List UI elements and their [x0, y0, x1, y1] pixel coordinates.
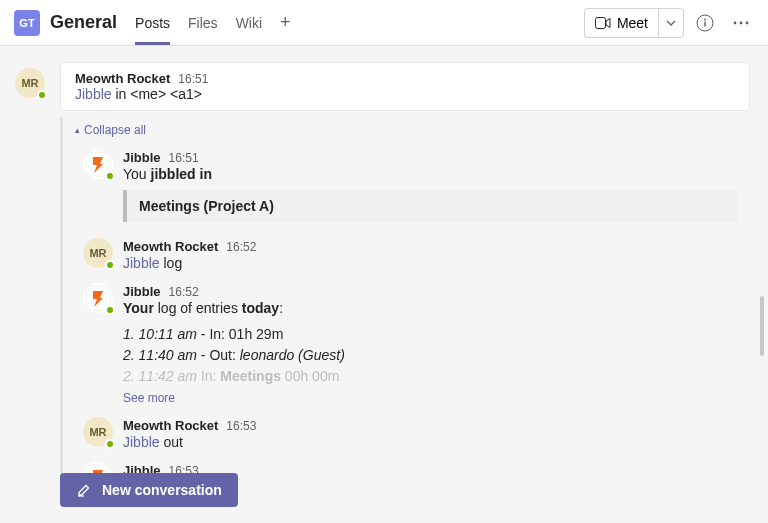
presence-dot — [105, 171, 115, 181]
avatar-initials: MR — [89, 247, 106, 259]
timestamp: 16:51 — [178, 72, 208, 86]
message-body: Jibble log — [123, 255, 738, 271]
root-message-card: Meowth Rocket 16:51 Jibble in <me> <a1> — [60, 62, 750, 111]
user-avatar: MR — [83, 238, 113, 268]
meet-button[interactable]: Meet — [584, 8, 658, 38]
message-body: Jibble out — [123, 434, 738, 450]
gutter: MR — [0, 46, 60, 523]
new-conversation-button[interactable]: New conversation — [60, 473, 238, 507]
presence-dot — [37, 90, 47, 100]
app-avatar — [83, 283, 113, 313]
timestamp: 16:52 — [226, 240, 256, 254]
new-conversation-label: New conversation — [102, 482, 222, 498]
avatar-initials: MR — [21, 77, 38, 89]
channel-name: General — [50, 12, 117, 33]
message-body: Your log of entries today: — [123, 300, 738, 316]
sender-name: Jibble — [123, 150, 161, 165]
chevron-down-icon — [666, 20, 676, 26]
tab-posts[interactable]: Posts — [135, 0, 170, 45]
channel-header: GT General Posts Files Wiki + Meet — [0, 0, 768, 46]
team-avatar: GT — [14, 10, 40, 36]
video-icon — [595, 17, 611, 29]
svg-point-2 — [704, 18, 706, 20]
reply-message: MRMeowth Rocket16:52Jibble log — [65, 232, 750, 277]
timestamp: 16:53 — [226, 419, 256, 433]
svg-rect-0 — [595, 17, 605, 28]
conversation-avatar: MR — [15, 68, 45, 98]
app-link[interactable]: Jibble — [123, 255, 160, 271]
sender-name: Meowth Rocket — [75, 71, 170, 86]
collapse-all[interactable]: ▴ Collapse all — [65, 117, 750, 143]
see-more[interactable]: See more — [123, 391, 738, 405]
app-link[interactable]: Jibble — [75, 86, 112, 102]
compose-icon — [76, 482, 92, 498]
svg-rect-3 — [704, 21, 705, 26]
tab-strip: Posts Files Wiki + — [135, 0, 291, 45]
avatar-initials: MR — [89, 426, 106, 438]
reply-thread: ▴ Collapse all Jibble16:51You jibbled in… — [60, 117, 750, 501]
message-body: Jibble in <me> <a1> — [75, 86, 735, 102]
info-icon — [696, 14, 714, 32]
reply-message: Jibble16:51You jibbled inMeetings (Proje… — [65, 143, 750, 232]
more-button[interactable] — [726, 8, 756, 38]
activity-box: Meetings (Project A) — [123, 190, 738, 222]
log-row: 1. 10:11 am - In: 01h 29m — [123, 324, 738, 345]
timestamp: 16:52 — [169, 285, 199, 299]
tab-files[interactable]: Files — [188, 0, 218, 45]
meet-button-group: Meet — [584, 8, 684, 38]
add-tab-button[interactable]: + — [280, 12, 291, 33]
app-avatar — [83, 149, 113, 179]
sender-name: Meowth Rocket — [123, 418, 218, 433]
tab-wiki[interactable]: Wiki — [236, 0, 262, 45]
log-row-faded: 2. 11:42 am In: Meetings 00h 00m — [123, 366, 738, 387]
presence-dot — [105, 439, 115, 449]
sender-name: Meowth Rocket — [123, 239, 218, 254]
log-entries: 1. 10:11 am - In: 01h 29m2. 11:40 am - O… — [123, 324, 738, 387]
reply-message: Jibble16:52Your log of entries today:1. … — [65, 277, 750, 411]
presence-dot — [105, 305, 115, 315]
svg-point-4 — [734, 21, 737, 24]
user-avatar: MR — [83, 417, 113, 447]
reply-message: MRMeowth Rocket16:53Jibble out — [65, 411, 750, 456]
meet-label: Meet — [617, 15, 648, 31]
timestamp: 16:51 — [169, 151, 199, 165]
meet-dropdown-button[interactable] — [658, 8, 684, 38]
caret-up-icon: ▴ — [75, 125, 80, 135]
scrollbar-thumb[interactable] — [760, 296, 764, 356]
presence-dot — [105, 260, 115, 270]
svg-point-6 — [746, 21, 749, 24]
more-icon — [733, 21, 749, 25]
messages-area: Meowth Rocket 16:51 Jibble in <me> <a1> … — [60, 46, 768, 523]
log-row: 2. 11:40 am - Out: leonardo (Guest) — [123, 345, 738, 366]
app-link[interactable]: Jibble — [123, 434, 160, 450]
sender-name: Jibble — [123, 284, 161, 299]
info-button[interactable] — [690, 8, 720, 38]
message-body: You jibbled in — [123, 166, 738, 182]
svg-point-5 — [740, 21, 743, 24]
